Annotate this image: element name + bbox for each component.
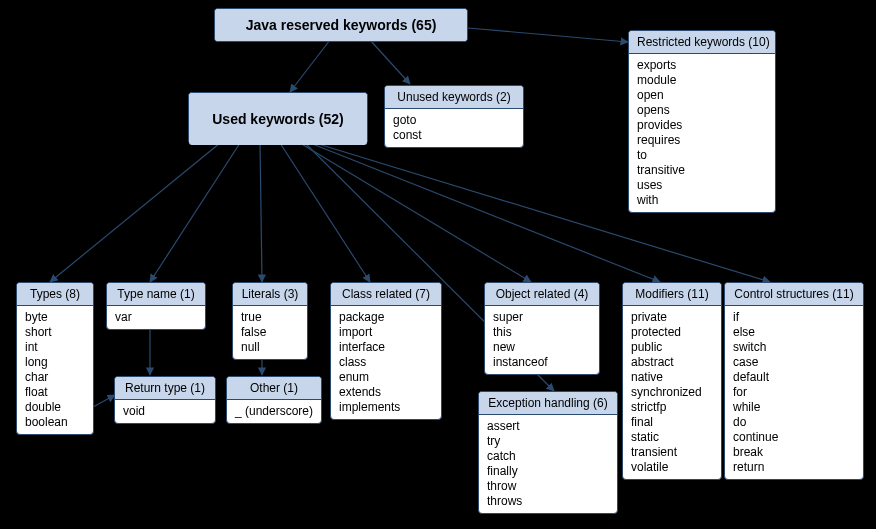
node-control-title: Control structures (11)	[725, 283, 863, 306]
list-item: default	[733, 370, 855, 385]
list-item: false	[241, 325, 299, 340]
list-item: short	[25, 325, 85, 340]
node-exchand: Exception handling (6) asserttrycatchfin…	[478, 391, 618, 514]
list-item: case	[733, 355, 855, 370]
node-modifiers-title: Modifiers (11)	[623, 283, 721, 306]
list-item: strictfp	[631, 400, 713, 415]
list-item: continue	[733, 430, 855, 445]
list-item: float	[25, 385, 85, 400]
list-item: provides	[637, 118, 767, 133]
node-unused-body: gotoconst	[385, 109, 523, 147]
list-item: with	[637, 193, 767, 208]
list-item: package	[339, 310, 433, 325]
node-literals-body: truefalsenull	[233, 306, 307, 359]
svg-line-6	[280, 143, 370, 282]
list-item: exports	[637, 58, 767, 73]
list-item: requires	[637, 133, 767, 148]
node-other-title: Other (1)	[227, 377, 321, 400]
list-item: void	[123, 404, 207, 419]
list-item: transitive	[637, 163, 767, 178]
node-control-body: ifelseswitchcasedefaultforwhiledocontinu…	[725, 306, 863, 479]
list-item: while	[733, 400, 855, 415]
list-item: instanceof	[493, 355, 591, 370]
list-item: extends	[339, 385, 433, 400]
list-item: var	[115, 310, 197, 325]
node-typename-body: var	[107, 306, 205, 329]
list-item: new	[493, 340, 591, 355]
list-item: volatile	[631, 460, 713, 475]
list-item: throws	[487, 494, 609, 509]
list-item: try	[487, 434, 609, 449]
node-typename-title: Type name (1)	[107, 283, 205, 306]
list-item: this	[493, 325, 591, 340]
node-control: Control structures (11) ifelseswitchcase…	[724, 282, 864, 480]
list-item: synchronized	[631, 385, 713, 400]
list-item: super	[493, 310, 591, 325]
list-item: private	[631, 310, 713, 325]
list-item: boolean	[25, 415, 85, 430]
list-item: else	[733, 325, 855, 340]
list-item: return	[733, 460, 855, 475]
list-item: char	[25, 370, 85, 385]
list-item: break	[733, 445, 855, 460]
svg-line-7	[300, 143, 531, 282]
list-item: byte	[25, 310, 85, 325]
list-item: abstract	[631, 355, 713, 370]
list-item: interface	[339, 340, 433, 355]
node-modifiers: Modifiers (11) privateprotectedpublicabs…	[622, 282, 722, 480]
list-item: to	[637, 148, 767, 163]
list-item: throw	[487, 479, 609, 494]
node-literals: Literals (3) truefalsenull	[232, 282, 308, 360]
svg-line-1	[370, 40, 410, 84]
list-item: native	[631, 370, 713, 385]
node-returntype: Return type (1) void	[114, 376, 216, 424]
list-item: class	[339, 355, 433, 370]
node-other: Other (1) _ (underscore)	[226, 376, 322, 424]
svg-line-4	[150, 143, 240, 282]
node-classrel: Class related (7) packageimportinterface…	[330, 282, 442, 420]
node-modifiers-body: privateprotectedpublicabstractnativesync…	[623, 306, 721, 479]
list-item: true	[241, 310, 299, 325]
svg-line-5	[260, 143, 262, 282]
node-other-body: _ (underscore)	[227, 400, 321, 423]
node-used-title: Used keywords (52)	[189, 93, 367, 145]
node-restricted-title: Restricted keywords (10)	[629, 31, 775, 54]
list-item: module	[637, 73, 767, 88]
svg-line-3	[50, 143, 220, 282]
list-item: goto	[393, 113, 515, 128]
node-typename: Type name (1) var	[106, 282, 206, 330]
list-item: finally	[487, 464, 609, 479]
node-literals-title: Literals (3)	[233, 283, 307, 306]
list-item: do	[733, 415, 855, 430]
list-item: opens	[637, 103, 767, 118]
node-restricted-body: exportsmoduleopenopensprovidesrequiresto…	[629, 54, 775, 212]
list-item: if	[733, 310, 855, 325]
node-restricted: Restricted keywords (10) exportsmoduleop…	[628, 30, 776, 213]
svg-line-2	[468, 28, 628, 42]
node-types: Types (8) byteshortintlongcharfloatdoubl…	[16, 282, 94, 435]
list-item: final	[631, 415, 713, 430]
list-item: static	[631, 430, 713, 445]
list-item: import	[339, 325, 433, 340]
svg-line-0	[290, 40, 330, 92]
node-objrel: Object related (4) superthisnewinstanceo…	[484, 282, 600, 375]
list-item: double	[25, 400, 85, 415]
list-item: uses	[637, 178, 767, 193]
list-item: protected	[631, 325, 713, 340]
list-item: transient	[631, 445, 713, 460]
list-item: long	[25, 355, 85, 370]
list-item: int	[25, 340, 85, 355]
node-used: Used keywords (52)	[188, 92, 368, 144]
node-root: Java reserved keywords (65)	[214, 8, 468, 42]
node-returntype-body: void	[115, 400, 215, 423]
list-item: open	[637, 88, 767, 103]
list-item: assert	[487, 419, 609, 434]
list-item: _ (underscore)	[235, 404, 313, 419]
node-types-title: Types (8)	[17, 283, 93, 306]
svg-line-9	[310, 143, 660, 282]
node-unused: Unused keywords (2) gotoconst	[384, 85, 524, 148]
node-types-body: byteshortintlongcharfloatdoubleboolean	[17, 306, 93, 434]
node-objrel-body: superthisnewinstanceof	[485, 306, 599, 374]
node-objrel-title: Object related (4)	[485, 283, 599, 306]
node-unused-title: Unused keywords (2)	[385, 86, 523, 109]
